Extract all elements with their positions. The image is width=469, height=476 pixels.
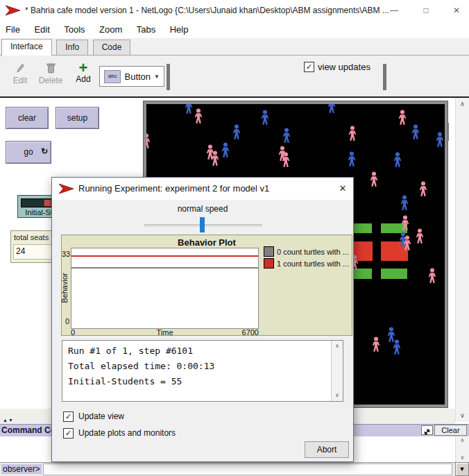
button-widget-icon: abc [104,70,121,83]
window-title: * Bahria cafe model version 1 - NetLogo … [25,0,389,21]
close-button[interactable]: ✕ [445,0,468,21]
plot-legend: 0 count turtles with ...1 count turtles … [264,246,352,269]
check-icon: ✓ [65,412,71,420]
x-axis-tick-max: 6700 [207,328,259,337]
turtle-person-pink [418,181,429,197]
toolbar: Edit Delete + Add abc Button ▼ normal sp… [0,56,469,98]
total-seats-monitor: total seats 24 [10,230,52,263]
output-scrollbar[interactable]: ∧ ∨ [331,341,343,401]
dialog-speed-label: normal speed [52,204,353,214]
delete-widget-button[interactable]: Delete [35,62,67,85]
view-updates-checkbox[interactable]: ✓ [304,62,314,72]
turtle-person-blue [399,195,410,211]
tab-interface[interactable]: Interface [1,39,52,56]
y-axis-tick-min: 0 [63,317,69,325]
maximize-button[interactable]: □ [415,0,437,21]
slider-handle[interactable] [44,199,51,207]
output-line: Run #1 of 1, step #6101 [68,343,325,359]
plot-area [71,248,259,329]
diagonal-resize-icon [423,428,431,436]
turtle-person-pink [368,171,380,187]
edit-label: Edit [7,76,33,85]
netlogo-window: * Bahria cafe model version 1 - NetLogo … [0,0,469,476]
update-view-label: Update view [78,411,124,421]
agent-context-dropdown[interactable]: ▼ [455,462,469,476]
turtle-person-pink [402,235,413,251]
minimize-button[interactable]: — [383,0,405,21]
go-button[interactable]: go ↻ [6,141,51,164]
command-center-resize-button[interactable] [421,425,433,435]
scroll-up-icon[interactable]: ∧ [456,436,469,445]
monitor-label: total seats [14,233,49,241]
dialog-title: Running Experiment: experiment 2 for mod… [78,178,269,200]
scroll-down-icon[interactable]: ∨ [332,391,343,400]
menu-tools[interactable]: Tools [58,21,90,38]
delete-label: Delete [35,76,67,85]
edit-widget-button[interactable]: Edit [7,62,33,85]
turtle-person-pink [427,268,438,284]
dialog-close-button[interactable]: ✕ [332,178,353,200]
command-prompt-bar: observer> [0,462,469,476]
turtle-person-pink [414,228,425,244]
main-vertical-scrollbar[interactable]: ∧ ∨ [455,98,469,422]
patch-green [381,269,407,279]
legend-label: 1 count turtles with ... [277,260,349,268]
abort-button[interactable]: Abort [305,441,349,458]
check-icon: ✓ [65,429,71,437]
tab-info[interactable]: Info [56,40,88,55]
experiment-output-box[interactable]: Run #1 of 1, step #6101Total elapsed tim… [62,340,343,402]
menu-edit[interactable]: Edit [28,21,55,38]
y-axis-label: Behavior [60,260,69,316]
toolbar-separator [167,64,170,90]
clear-button[interactable]: clear [6,107,49,129]
forever-icon: ↻ [41,141,48,162]
update-plots-row: ✓ Update plots and monitors [63,427,341,439]
turtle-person-blue [259,110,271,126]
turtle-person-pink [144,133,152,149]
scroll-down-icon[interactable]: ∨ [456,411,469,420]
turtle-person-blue [434,132,445,148]
command-center-clear-button[interactable]: Clear [434,425,467,436]
add-label: Add [71,74,96,84]
menu-help[interactable]: Help [164,21,194,38]
menu-tabs[interactable]: Tabs [131,21,161,38]
dialog-title-bar[interactable]: Running Experiment: experiment 2 for mod… [52,178,353,200]
setup-button[interactable]: setup [56,107,99,129]
scroll-up-icon[interactable]: ∧ [456,99,469,109]
menu-zoom[interactable]: Zoom [94,21,128,38]
netlogo-logo-icon [59,183,74,194]
output-line: Total elapsed time: 0:00:13 [68,359,325,374]
update-view-row: ✓ Update view [63,411,341,422]
update-plots-label: Update plots and monitors [78,428,176,438]
turtle-person-blue [231,124,242,140]
dialog-speed-handle[interactable] [200,217,205,232]
monitor-value: 24 [13,244,52,260]
menu-file[interactable]: File [0,21,26,38]
dropdown-arrow-icon: ▼ [154,74,160,80]
command-input[interactable] [43,464,452,475]
update-plots-checkbox[interactable]: ✓ [63,428,74,439]
experiment-output-text: Run #1 of 1, step #6101Total elapsed tim… [62,341,331,401]
command-center-splitter-icon[interactable]: ▲▼ [3,418,14,423]
update-view-checkbox[interactable]: ✓ [63,411,74,422]
legend-swatch [264,258,274,269]
command-output-scrollbar[interactable]: ∧ ∨ [455,436,469,462]
tab-code[interactable]: Code [93,40,131,55]
turtle-person-pink [400,215,411,231]
scroll-up-icon[interactable]: ∧ [332,342,343,350]
title-bar: * Bahria cafe model version 1 - NetLogo … [0,0,469,21]
legend-item: 0 count turtles with ... [264,246,352,257]
turtle-person-pink [397,110,408,126]
add-widget-button[interactable]: + Add [71,62,96,84]
widget-type-dropdown[interactable]: abc Button ▼ [99,66,164,87]
menu-bar: File Edit Tools Zoom Tabs Help [0,21,469,38]
scroll-down-icon[interactable]: ∨ [456,454,469,462]
plot-line [71,267,258,269]
dropdown-arrow-icon: ▼ [459,466,466,473]
plus-icon: + [71,62,96,74]
behavior-plot: Behavior Plot 33 0 Behavior 0 Time 6700 … [61,235,352,336]
trash-icon [46,62,56,74]
turtle-person-blue [410,124,421,140]
legend-label: 0 count turtles with ... [277,248,349,256]
check-icon: ✓ [306,62,312,71]
